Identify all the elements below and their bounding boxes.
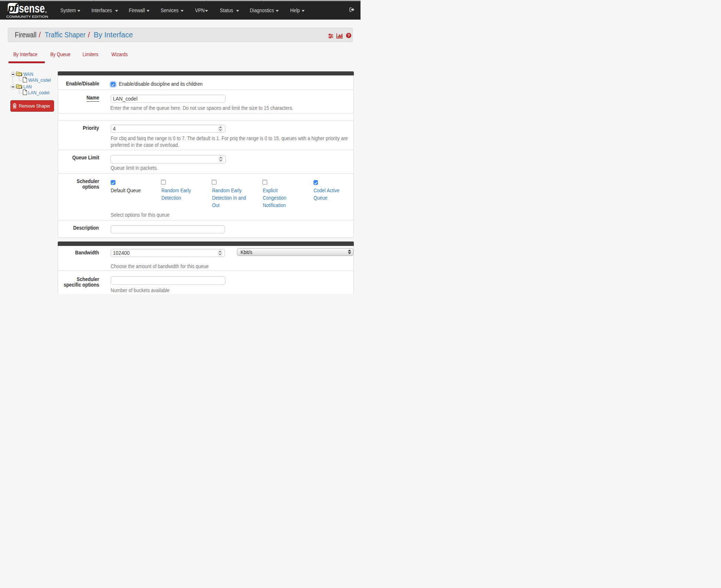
svg-text:sense: sense — [19, 3, 45, 15]
svg-text:COMMUNITY EDITION: COMMUNITY EDITION — [6, 15, 48, 18]
svg-text:®: ® — [45, 11, 47, 14]
svg-text:?: ? — [347, 33, 350, 38]
